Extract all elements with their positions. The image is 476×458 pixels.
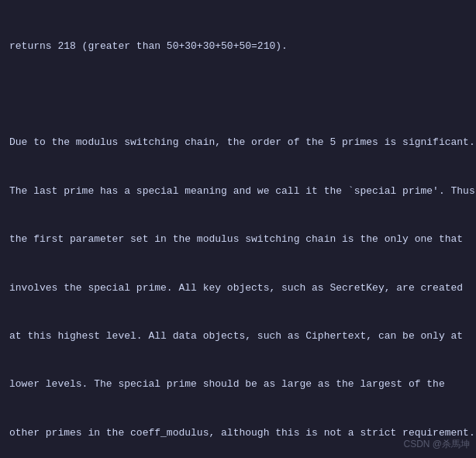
line-7: at this highest level. All data objects,…	[9, 329, 467, 345]
line-6: involves the special prime. All key obje…	[9, 281, 467, 297]
line-1: returns 218 (greater than 50+30+30+50+50…	[9, 39, 467, 55]
line-blank-1	[9, 87, 467, 103]
line-5: the first parameter set in the modulus s…	[9, 232, 467, 248]
line-4: The last prime has a special meaning and…	[9, 184, 467, 200]
watermark: CSDN @杀馬坤	[403, 437, 470, 452]
code-content: returns 218 (greater than 50+30+30+50+50…	[0, 0, 476, 458]
line-3: Due to the modulus switching chain, the …	[9, 135, 467, 151]
line-8: lower levels. The special prime should b…	[9, 377, 467, 393]
line-9: other primes in the coeff_modulus, altho…	[9, 425, 467, 442]
